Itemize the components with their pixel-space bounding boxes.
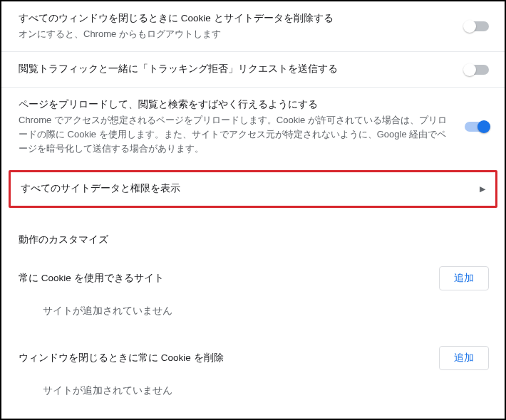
subsection-delete-on-close: ウィンドウを閉じるときに常に Cookie を削除 追加 サイトが追加されていま… [1,330,505,410]
chevron-right-icon: ▶ [480,184,485,194]
toggle-delete-cookies-on-close[interactable] [465,21,489,31]
toggle-preload-pages[interactable] [465,122,489,132]
setting-texts: すべてのウィンドウを閉じるときに Cookie とサイトデータを削除する オンに… [19,11,452,41]
setting-row-preload-pages: ページをプリロードして、閲覧と検索をすばやく行えるようにする Chrome でア… [1,88,505,167]
setting-texts: ページをプリロードして、閲覧と検索をすばやく行えるようにする Chrome でア… [19,98,452,157]
link-row-title: すべてのサイトデータと権限を表示 [21,182,180,196]
setting-subtitle: Chrome でアクセスが想定されるページをプリロードします。Cookie が許… [19,113,452,156]
subsection-always-allow-cookies: 常に Cookie を使用できるサイト 追加 サイトが追加されていません [1,251,505,330]
subsection-title: 常に Cookie を使用できるサイト [19,272,164,285]
show-all-site-data-link[interactable]: すべてのサイトデータと権限を表示 ▶ [9,170,497,207]
setting-title: すべてのウィンドウを閉じるときに Cookie とサイトデータを削除する [19,11,452,26]
section-header-custom-behavior: 動作のカスタマイズ [1,221,505,251]
setting-row-delete-cookies-on-close: すべてのウィンドウを閉じるときに Cookie とサイトデータを削除する オンに… [1,1,505,52]
toggle-do-not-track[interactable] [465,65,489,75]
setting-title: 閲覧トラフィックと一緒に「トラッキング拒否」リクエストを送信する [19,62,452,76]
add-button-always-allow[interactable]: 追加 [439,266,489,290]
empty-message: サイトが追加されていません [19,370,489,410]
empty-message: サイトが追加されていません [19,290,489,330]
setting-title: ページをプリロードして、閲覧と検索をすばやく行えるようにする [19,98,452,112]
add-button-delete-on-close[interactable]: 追加 [439,346,489,370]
setting-subtitle: オンにすると、Chrome からもログアウトします [19,27,452,41]
setting-texts: 閲覧トラフィックと一緒に「トラッキング拒否」リクエストを送信する [19,62,452,76]
setting-row-do-not-track: 閲覧トラフィックと一緒に「トラッキング拒否」リクエストを送信する [1,52,505,87]
subsection-title: ウィンドウを閉じるときに常に Cookie を削除 [19,352,224,364]
